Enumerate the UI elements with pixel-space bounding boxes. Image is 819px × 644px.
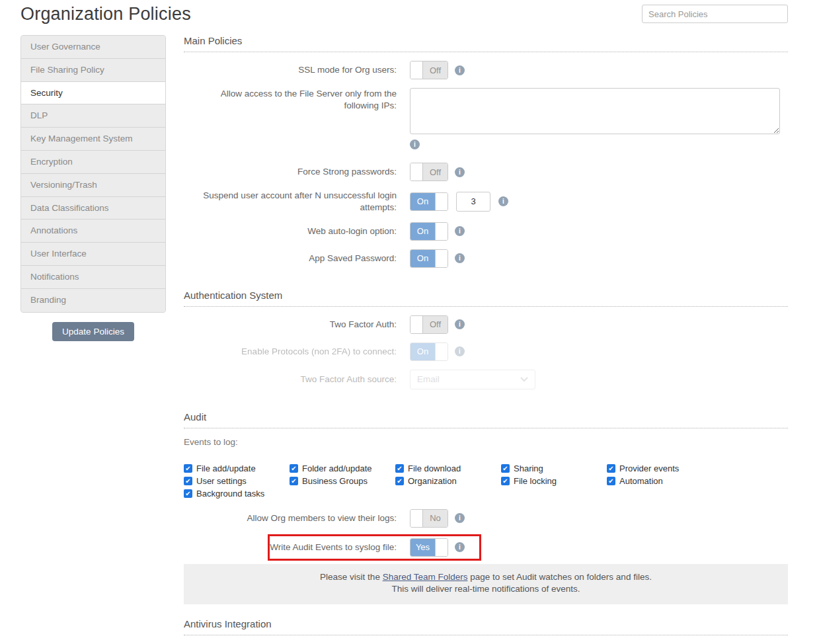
toggle-knob [435, 343, 448, 360]
checkbox-checked-icon: ✔ [395, 477, 404, 485]
sidebar-item-versioning-trash[interactable]: Versioning/Trash [21, 174, 165, 197]
checkbox-checked-icon: ✔ [290, 464, 298, 473]
checkbox-checked-icon: ✔ [395, 464, 404, 473]
checkbox-checked-icon: ✔ [184, 489, 192, 498]
toggle-knob [435, 223, 448, 240]
audit-note: Please visit the Shared Team Folders pag… [184, 564, 788, 604]
checkbox-file-add-update[interactable]: ✔ File add/update [184, 463, 290, 473]
info-icon[interactable]: i [455, 513, 465, 523]
view-logs-toggle[interactable]: No [410, 509, 448, 528]
policy-settings-panel: Main Policies SSL mode for Org users: Of… [184, 35, 788, 644]
chevron-down-icon [520, 377, 528, 382]
syslog-toggle[interactable]: Yes [410, 538, 448, 557]
sidebar-item-annotations[interactable]: Annotations [21, 220, 165, 243]
checkbox-checked-icon: ✔ [184, 464, 192, 473]
toggle-state-label: On [410, 343, 435, 360]
setting-row-suspend-account: Suspend user account after N unsuccessfu… [184, 190, 788, 214]
setting-row-app-saved-password: App Saved Password: On i [184, 249, 788, 268]
policy-sidebar: User Governance File Sharing Policy Secu… [20, 35, 166, 341]
sidebar-item-user-interface[interactable]: User Interface [21, 243, 165, 266]
checkbox-checked-icon: ✔ [290, 477, 298, 485]
checkbox-checked-icon: ✔ [607, 464, 615, 473]
two-factor-toggle[interactable]: Off [410, 315, 448, 334]
toggle-state-label: Off [423, 316, 448, 333]
toggle-state-label: Yes [410, 539, 435, 556]
login-attempts-input[interactable] [456, 192, 490, 212]
setting-row-syslog: Write Audit Events to syslog file: Yes i [184, 538, 788, 557]
setting-row-two-factor-source: Two Factor Auth source: Email [184, 370, 788, 389]
toggle-knob [410, 163, 423, 181]
checkbox-file-download[interactable]: ✔ File download [395, 463, 501, 473]
section-heading-main-policies: Main Policies [184, 35, 788, 52]
events-to-log-label: Events to log: [184, 437, 788, 447]
info-icon[interactable]: i [410, 140, 420, 149]
setting-label: Suspend user account after N unsuccessfu… [184, 190, 403, 214]
setting-label: App Saved Password: [184, 253, 403, 264]
setting-row-ssl-mode: SSL mode for Org users: Off i [184, 61, 788, 79]
note-text: Please visit the [320, 572, 383, 582]
sidebar-item-branding[interactable]: Branding [21, 289, 165, 312]
section-heading-antivirus: Antivirus Integration [184, 618, 788, 635]
checkbox-user-settings[interactable]: ✔ User settings [184, 476, 290, 486]
content-wrap: User Governance File Sharing Policy Secu… [20, 35, 788, 644]
setting-label: Two Factor Auth source: [184, 374, 403, 385]
setting-row-enable-protocols: Enable Protocols (non 2FA) to connect: O… [184, 342, 788, 361]
checkbox-provider-events[interactable]: ✔ Provider events [607, 463, 713, 473]
info-icon[interactable]: i [455, 65, 465, 75]
sidebar-item-user-governance[interactable]: User Governance [21, 36, 165, 59]
toggle-state-label: On [410, 250, 435, 267]
setting-row-web-autologin: Web auto-login option: On i [184, 222, 788, 241]
checkbox-organization[interactable]: ✔ Organization [395, 476, 501, 486]
info-icon[interactable]: i [455, 542, 465, 552]
sidebar-item-data-classifications[interactable]: Data Classifications [21, 197, 165, 220]
section-heading-audit: Audit [184, 411, 788, 428]
sidebar-item-security[interactable]: Security [21, 82, 165, 105]
toggle-state-label: On [410, 223, 435, 240]
force-strong-passwords-toggle[interactable]: Off [410, 163, 448, 181]
setting-row-view-logs: Allow Org members to view their logs: No… [184, 509, 788, 528]
note-text-line2: This will deliver real-time notification… [391, 584, 580, 594]
info-icon[interactable]: i [455, 253, 465, 263]
toggle-state-label: Off [423, 163, 448, 181]
app-saved-password-toggle[interactable]: On [410, 249, 448, 268]
search-input[interactable] [642, 5, 788, 23]
checkbox-automation[interactable]: ✔ Automation [607, 476, 713, 486]
info-icon[interactable]: i [498, 196, 508, 206]
sidebar-item-file-sharing-policy[interactable]: File Sharing Policy [21, 59, 165, 82]
select-value: Email [417, 374, 440, 384]
checkbox-file-locking[interactable]: ✔ File locking [501, 476, 607, 486]
shared-team-folders-link[interactable]: Shared Team Folders [383, 572, 468, 582]
suspend-account-toggle[interactable]: On [410, 192, 448, 211]
checkbox-sharing[interactable]: ✔ Sharing [501, 463, 607, 473]
info-icon[interactable]: i [455, 167, 465, 177]
enable-protocols-toggle: On [410, 342, 448, 361]
info-icon[interactable]: i [455, 319, 465, 329]
policy-category-list: User Governance File Sharing Policy Secu… [20, 35, 166, 313]
allowed-ips-textarea[interactable] [410, 88, 780, 134]
sidebar-item-key-management-system[interactable]: Key Management System [21, 128, 165, 151]
note-text: page to set Audit watches on folders and… [467, 572, 651, 582]
update-policies-button[interactable]: Update Policies [52, 322, 134, 341]
checkbox-checked-icon: ✔ [501, 464, 510, 473]
web-autologin-toggle[interactable]: On [410, 222, 448, 241]
checkbox-business-groups[interactable]: ✔ Business Groups [290, 476, 395, 486]
sidebar-item-notifications[interactable]: Notifications [21, 266, 165, 289]
checkbox-folder-add-update[interactable]: ✔ Folder add/update [290, 463, 395, 473]
setting-label: Allow access to the File Server only fro… [184, 88, 403, 112]
toggle-knob [410, 510, 423, 527]
checkbox-background-tasks[interactable]: ✔ Background tasks [184, 489, 290, 499]
sidebar-item-encryption[interactable]: Encryption [21, 151, 165, 174]
checkbox-checked-icon: ✔ [184, 477, 192, 485]
info-icon[interactable]: i [455, 226, 465, 236]
toggle-state-label: No [423, 510, 448, 527]
toggle-knob [410, 316, 423, 333]
setting-row-ip-restrict: Allow access to the File Server only fro… [184, 88, 788, 134]
setting-label: Allow Org members to view their logs: [184, 512, 403, 524]
checkbox-checked-icon: ✔ [501, 477, 510, 485]
toggle-knob [435, 193, 448, 210]
sidebar-item-dlp[interactable]: DLP [21, 104, 165, 128]
setting-label: Write Audit Events to syslog file: [184, 542, 403, 553]
ssl-mode-toggle[interactable]: Off [410, 61, 448, 79]
setting-label: Enable Protocols (non 2FA) to connect: [184, 346, 403, 358]
organization-policies-page: Organization Policies User Governance Fi… [0, 0, 819, 644]
